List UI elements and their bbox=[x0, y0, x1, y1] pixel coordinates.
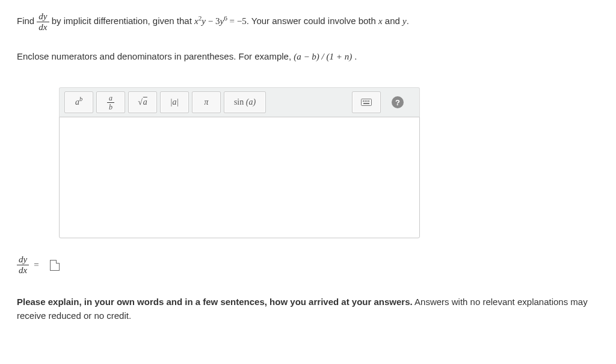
answer-line: dy dx = bbox=[17, 255, 599, 275]
dy-dx-fraction: dy dx bbox=[37, 12, 49, 32]
help-icon: ? bbox=[392, 96, 404, 108]
sqrt-button[interactable]: √a bbox=[128, 91, 157, 113]
eq-x: x bbox=[194, 16, 199, 26]
eq-rhs: = −5 bbox=[227, 16, 247, 26]
abs-button[interactable]: |a| bbox=[160, 91, 189, 113]
editor-toolbar: ab a b √a |a| π sin (a) bbox=[59, 87, 420, 117]
var-y: y bbox=[402, 16, 407, 26]
instr-b: . bbox=[354, 51, 357, 61]
fraction-button[interactable]: a b bbox=[96, 91, 125, 113]
svg-rect-2 bbox=[365, 100, 366, 102]
explanation-prompt: Please explain, in your own words and in… bbox=[17, 295, 599, 322]
equation-editor: ab a b √a |a| π sin (a) bbox=[59, 87, 420, 238]
keyboard-button[interactable] bbox=[352, 91, 381, 113]
instruction-text: Enclose numerators and denominators in p… bbox=[17, 48, 599, 66]
svg-rect-5 bbox=[363, 103, 369, 104]
svg-rect-0 bbox=[362, 99, 372, 106]
answer-dy-dx: dy dx bbox=[17, 255, 29, 275]
question-text: Find dy dx by implicit differentiation, … bbox=[17, 12, 599, 32]
q-mid: by implicit differentiation, given that bbox=[52, 16, 194, 26]
svg-rect-3 bbox=[366, 100, 368, 102]
sin-button[interactable]: sin (a) bbox=[224, 91, 266, 113]
answer-placeholder-icon[interactable] bbox=[50, 260, 60, 271]
eq-minus: − 3 bbox=[206, 16, 220, 26]
q-tail: . Your answer could involve both bbox=[247, 16, 378, 26]
instr-example: (a − b) / (1 + n) bbox=[294, 52, 352, 61]
keyboard-icon bbox=[361, 99, 372, 106]
pi-button[interactable]: π bbox=[192, 91, 221, 113]
power-button[interactable]: ab bbox=[64, 91, 93, 113]
instr-a: Enclose numerators and denominators in p… bbox=[17, 51, 294, 61]
q-period: . bbox=[407, 16, 409, 26]
svg-rect-1 bbox=[363, 100, 364, 102]
help-button[interactable]: ? bbox=[384, 92, 411, 113]
q-and: and bbox=[383, 16, 402, 26]
equation-input[interactable] bbox=[59, 117, 420, 238]
q-lead: Find bbox=[17, 16, 37, 26]
answer-equals: = bbox=[34, 260, 38, 270]
var-x: x bbox=[378, 16, 383, 26]
svg-rect-4 bbox=[368, 100, 369, 102]
explain-bold: Please explain, in your own words and in… bbox=[17, 297, 413, 307]
